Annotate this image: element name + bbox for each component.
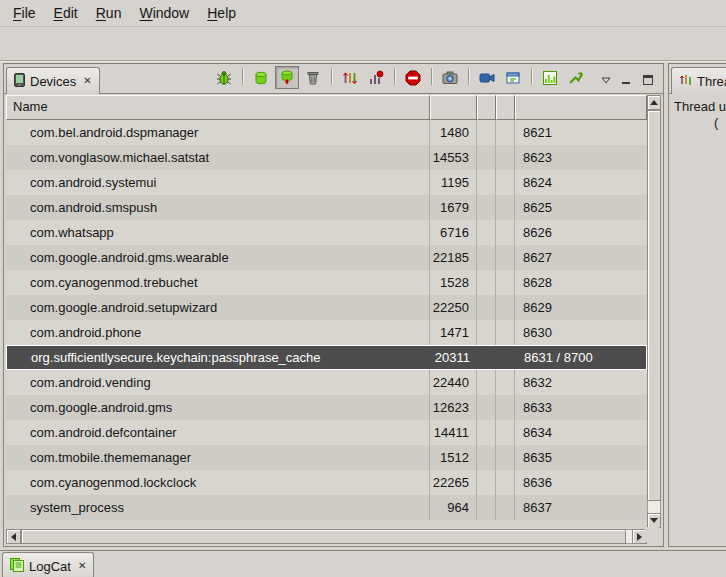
- process-port: 8625: [515, 195, 647, 220]
- logcat-pane-header: LogCat ✕: [0, 551, 726, 577]
- minimize-icon[interactable]: [622, 76, 632, 85]
- empty-cell: [496, 370, 515, 395]
- table-row[interactable]: com.google.android.gms126238633: [6, 395, 647, 420]
- empty-cell: [477, 220, 496, 245]
- maximize-icon[interactable]: [643, 75, 654, 85]
- scroll-up-arrow[interactable]: [647, 95, 661, 110]
- table-row[interactable]: com.android.vending224408632: [6, 370, 647, 395]
- vertical-scrollbar-thumb[interactable]: [647, 110, 661, 501]
- empty-cell: [496, 120, 515, 145]
- empty-cell: [496, 320, 515, 345]
- empty-cell: [477, 495, 496, 520]
- horizontal-scrollbar: [6, 529, 647, 544]
- logcat-icon: [10, 558, 24, 575]
- opengl-trace-icon[interactable]: [564, 66, 588, 89]
- empty-cell: [477, 120, 496, 145]
- empty-cell: [477, 270, 496, 295]
- process-port: 8626: [515, 220, 647, 245]
- table-row[interactable]: system_process9648637: [6, 495, 647, 520]
- table-row[interactable]: com.google.android.gms.wearable221858627: [6, 245, 647, 270]
- table-row[interactable]: com.android.smspush16798625: [6, 195, 647, 220]
- table-row[interactable]: com.tmobile.thememanager15128635: [6, 445, 647, 470]
- table-row[interactable]: org.sufficientlysecure.keychain:passphra…: [6, 345, 647, 370]
- menu-item-window[interactable]: Window: [130, 1, 198, 25]
- process-name: org.sufficientlysecure.keychain:passphra…: [7, 346, 431, 369]
- start-method-profiling-icon[interactable]: [364, 66, 388, 89]
- tab-logcat[interactable]: LogCat ✕: [2, 552, 94, 577]
- table-row[interactable]: com.android.systemui11958624: [6, 170, 647, 195]
- devices-pane-header: Devices ✕: [4, 64, 663, 94]
- empty-cell: [477, 395, 496, 420]
- sysinfo-icon[interactable]: [538, 66, 562, 89]
- menu-item-edit[interactable]: Edit: [45, 1, 87, 25]
- process-name: system_process: [6, 495, 430, 520]
- update-heap-icon[interactable]: [249, 66, 273, 89]
- toolbar-separator: [431, 68, 432, 85]
- process-pid: 1195: [430, 170, 477, 195]
- process-pid: 20311: [431, 346, 478, 369]
- column-header-pid[interactable]: [430, 95, 477, 120]
- process-name: com.tmobile.thememanager: [6, 445, 430, 470]
- process-pid: 22185: [430, 245, 477, 270]
- column-header-empty-1[interactable]: [477, 95, 496, 120]
- view-hierarchy-icon[interactable]: [501, 66, 525, 89]
- menu-item-help[interactable]: Help: [198, 1, 245, 25]
- process-name: com.android.defcontainer: [6, 420, 430, 445]
- empty-cell: [477, 145, 496, 170]
- main-toolbar: [0, 28, 726, 61]
- table-row[interactable]: com.cyanogenmod.trebuchet15288628: [6, 270, 647, 295]
- process-pid: 1528: [430, 270, 477, 295]
- update-threads-icon[interactable]: [338, 66, 362, 89]
- threads-pane-header: Threads: [669, 64, 726, 94]
- process-pid: 14553: [430, 145, 477, 170]
- empty-cell: [477, 470, 496, 495]
- cause-gc-icon[interactable]: [301, 66, 325, 89]
- device-table: Name com.bel.android.dspmanager14808621c…: [6, 95, 661, 544]
- tab-threads[interactable]: Threads: [671, 67, 726, 94]
- empty-cell: [477, 170, 496, 195]
- menu-item-file[interactable]: File: [4, 1, 45, 25]
- horizontal-scrollbar-thumb[interactable]: [21, 529, 626, 544]
- scroll-down-arrow[interactable]: [647, 513, 661, 528]
- table-row[interactable]: com.google.android.setupwizard222508629: [6, 295, 647, 320]
- view-menu-icon[interactable]: [601, 77, 611, 84]
- empty-cell: [496, 495, 515, 520]
- process-pid: 1679: [430, 195, 477, 220]
- table-row[interactable]: com.vonglasow.michael.satstat145538623: [6, 145, 647, 170]
- devices-toolbar: [212, 66, 588, 93]
- empty-cell: [496, 420, 515, 445]
- device-table-header: Name: [6, 95, 647, 120]
- stop-process-icon[interactable]: [401, 66, 425, 89]
- close-icon[interactable]: ✕: [76, 561, 86, 571]
- column-header-empty-2[interactable]: [496, 95, 515, 120]
- table-row[interactable]: com.bel.android.dspmanager14808621: [6, 120, 647, 145]
- menu-item-run[interactable]: Run: [87, 1, 131, 25]
- empty-cell: [496, 395, 515, 420]
- column-header-port[interactable]: [515, 95, 647, 120]
- close-icon[interactable]: ✕: [81, 76, 91, 86]
- toolbar-separator: [394, 68, 395, 85]
- empty-cell: [496, 220, 515, 245]
- empty-cell: [496, 295, 515, 320]
- column-header-name[interactable]: Name: [6, 95, 430, 120]
- table-row[interactable]: com.android.phone14718630: [6, 320, 647, 345]
- table-row[interactable]: com.whatsapp67168626: [6, 220, 647, 245]
- dump-hprof-icon[interactable]: [275, 66, 299, 89]
- scroll-left-arrow[interactable]: [6, 529, 21, 544]
- process-name: com.google.android.setupwizard: [6, 295, 430, 320]
- process-pid: 1471: [430, 320, 477, 345]
- threads-pane: Threads Thread up (: [668, 63, 726, 547]
- tab-devices[interactable]: Devices ✕: [6, 67, 100, 94]
- process-name: com.whatsapp: [6, 220, 430, 245]
- process-port: 8633: [515, 395, 647, 420]
- debug-process-icon[interactable]: [212, 66, 236, 89]
- vertical-scrollbar: [647, 95, 661, 528]
- process-pid: 1480: [430, 120, 477, 145]
- table-row[interactable]: com.cyanogenmod.lockclock222658636: [6, 470, 647, 495]
- table-row[interactable]: com.android.defcontainer144118634: [6, 420, 647, 445]
- screen-record-icon[interactable]: [475, 66, 499, 89]
- screen-capture-icon[interactable]: [438, 66, 462, 89]
- process-port: 8636: [515, 470, 647, 495]
- empty-cell: [496, 195, 515, 220]
- empty-cell: [496, 245, 515, 270]
